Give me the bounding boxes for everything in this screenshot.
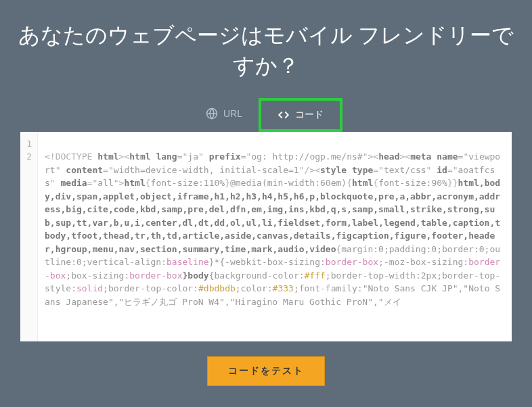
line-number: 1 (26, 137, 32, 151)
code-content[interactable]: <!DOCTYPE html><html lang="ja" prefix="o… (38, 132, 512, 341)
tab-url[interactable]: URL (190, 98, 259, 132)
code-icon (278, 109, 290, 121)
tab-url-label: URL (223, 108, 242, 119)
tab-code[interactable]: コード (259, 98, 342, 132)
page-title: あなたのウェブページはモバイル フレンドリーですか？ (0, 0, 532, 98)
tabs-container: URL コード (0, 98, 532, 132)
line-number: 2 (26, 150, 32, 164)
test-code-button[interactable]: コードをテスト (207, 356, 325, 386)
tab-code-label: コード (295, 109, 324, 121)
line-gutter: 1 2 (20, 132, 38, 341)
button-row: コードをテスト (0, 341, 532, 401)
globe-icon (206, 107, 218, 120)
code-editor[interactable]: 1 2 <!DOCTYPE html><html lang="ja" prefi… (20, 132, 512, 341)
